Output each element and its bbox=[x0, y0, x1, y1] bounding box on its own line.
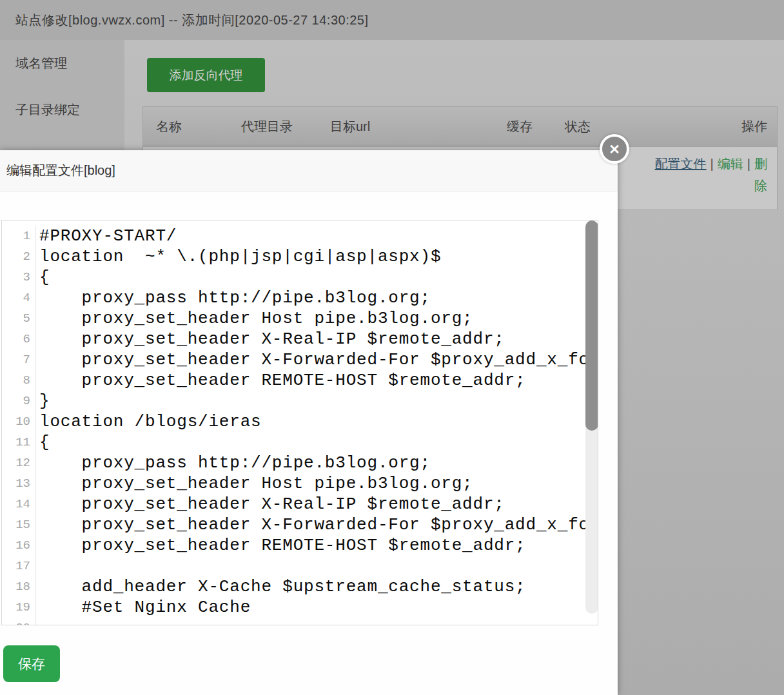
line-number: 1 bbox=[2, 226, 35, 246]
line-number: 2 bbox=[2, 246, 35, 267]
line-text: location /blogs/ieras bbox=[35, 411, 261, 432]
code-line: 15 proxy_set_header X-Forwarded-For $pro… bbox=[2, 514, 598, 535]
line-number: 9 bbox=[2, 391, 35, 411]
code-line: 19 #Set Nginx Cache bbox=[2, 597, 598, 618]
line-text: { bbox=[35, 267, 50, 288]
line-number: 13 bbox=[2, 473, 35, 494]
column-header-cache: 缓存 bbox=[507, 118, 565, 135]
code-line: 13 proxy_set_header Host pipe.b3log.org; bbox=[2, 473, 598, 494]
line-number: 20 bbox=[2, 618, 35, 625]
code-line: 14 proxy_set_header X-Real-IP $remote_ad… bbox=[2, 494, 598, 514]
column-header-name: 名称 bbox=[143, 118, 241, 135]
edit-link[interactable]: 编辑 bbox=[718, 157, 743, 171]
line-text: } bbox=[35, 391, 50, 411]
save-button[interactable]: 保存 bbox=[3, 645, 60, 682]
line-number: 19 bbox=[2, 597, 35, 618]
code-line: 7 proxy_set_header X-Forwarded-For $prox… bbox=[2, 349, 598, 370]
add-reverse-proxy-button[interactable]: 添加反向代理 bbox=[147, 58, 265, 92]
line-number: 4 bbox=[2, 288, 35, 308]
column-header-url: 目标url bbox=[330, 118, 507, 135]
code-line: 16 proxy_set_header REMOTE-HOST $remote_… bbox=[2, 535, 598, 556]
close-icon: ✕ bbox=[609, 142, 620, 156]
config-code-editor[interactable]: 1 #PROXY-START/ 2 location ~* \.(php|jsp… bbox=[1, 220, 598, 625]
line-number: 11 bbox=[2, 432, 35, 453]
line-number: 3 bbox=[2, 267, 35, 288]
line-text: #PROXY-START/ bbox=[35, 226, 177, 246]
line-text: location ~* \.(php|jsp|cgi|asp|aspx)$ bbox=[35, 246, 441, 267]
line-text: proxy_set_header REMOTE-HOST $remote_add… bbox=[35, 535, 526, 556]
code-line: 8 proxy_set_header REMOTE-HOST $remote_a… bbox=[2, 370, 598, 391]
code-line: 12 proxy_pass http://pipe.b3log.org; bbox=[2, 453, 598, 473]
code-line: 18 add_header X-Cache $upstream_cache_st… bbox=[2, 576, 598, 597]
site-modify-titlebar: 站点修改[blog.vwzx.com] -- 添加时间[2020-05-27 1… bbox=[0, 0, 784, 40]
code-line: 3 { bbox=[2, 267, 598, 288]
line-text: { bbox=[35, 432, 50, 453]
edit-config-modal: 编辑配置文件[blog] 1 #PROXY-START/ 2 location … bbox=[0, 150, 618, 695]
editor-scrollbar-track[interactable] bbox=[585, 220, 598, 614]
line-number: 5 bbox=[2, 308, 35, 329]
line-number: 8 bbox=[2, 370, 35, 391]
line-number: 10 bbox=[2, 411, 35, 432]
editor-scrollbar-thumb[interactable] bbox=[585, 220, 598, 431]
code-line: 5 proxy_set_header Host pipe.b3log.org; bbox=[2, 308, 598, 329]
site-modify-title: 站点修改[blog.vwzx.com] -- 添加时间[2020-05-27 1… bbox=[15, 0, 369, 40]
code-line: 20 bbox=[2, 618, 598, 625]
proxy-table-header: 名称 代理目录 目标url 缓存 状态 操作 bbox=[143, 107, 777, 147]
sidebar-item-label: 子目录绑定 bbox=[15, 101, 80, 119]
line-text: proxy_set_header REMOTE-HOST $remote_add… bbox=[35, 370, 526, 391]
line-text: proxy_set_header X-Forwarded-For $proxy_… bbox=[35, 349, 598, 370]
line-text: proxy_set_header Host pipe.b3log.org; bbox=[35, 308, 473, 329]
code-line: 9 } bbox=[2, 391, 598, 411]
modal-header: 编辑配置文件[blog] bbox=[0, 150, 618, 191]
column-header-action: 操作 bbox=[700, 118, 777, 135]
line-text: proxy_pass http://pipe.b3log.org; bbox=[35, 453, 431, 473]
code-line: 10 location /blogs/ieras bbox=[2, 411, 598, 432]
line-text: proxy_set_header X-Real-IP $remote_addr; bbox=[35, 494, 505, 514]
line-number: 12 bbox=[2, 453, 35, 473]
line-text: proxy_set_header X-Forwarded-For $proxy_… bbox=[35, 514, 598, 535]
line-number: 15 bbox=[2, 514, 35, 535]
delete-link[interactable]: 删除 bbox=[754, 157, 767, 193]
code-line: 2 location ~* \.(php|jsp|cgi|asp|aspx)$ bbox=[2, 246, 598, 267]
line-text: proxy_set_header X-Real-IP $remote_addr; bbox=[35, 329, 505, 349]
config-file-link[interactable]: 配置文件 bbox=[655, 157, 707, 171]
code-line: 6 proxy_set_header X-Real-IP $remote_add… bbox=[2, 329, 598, 349]
line-text bbox=[35, 618, 39, 625]
line-number: 7 bbox=[2, 349, 35, 370]
line-text: #Set Nginx Cache bbox=[35, 597, 251, 618]
line-number: 14 bbox=[2, 494, 35, 514]
action-separator: | bbox=[747, 157, 750, 171]
line-text bbox=[35, 556, 39, 576]
sidebar-item-subdir-bind[interactable]: 子目录绑定 bbox=[0, 86, 124, 133]
line-number: 6 bbox=[2, 329, 35, 349]
code-lines: 1 #PROXY-START/ 2 location ~* \.(php|jsp… bbox=[2, 220, 598, 625]
line-number: 18 bbox=[2, 576, 35, 597]
line-text: proxy_set_header Host pipe.b3log.org; bbox=[35, 473, 473, 494]
code-line: 1 #PROXY-START/ bbox=[2, 226, 598, 246]
line-text: add_header X-Cache $upstream_cache_statu… bbox=[35, 576, 526, 597]
modal-title: 编辑配置文件[blog] bbox=[0, 162, 115, 179]
line-number: 16 bbox=[2, 535, 35, 556]
action-separator: | bbox=[710, 157, 714, 171]
code-line: 17 bbox=[2, 556, 598, 576]
code-line: 4 proxy_pass http://pipe.b3log.org; bbox=[2, 288, 598, 308]
sidebar-item-domain-manage[interactable]: 域名管理 bbox=[0, 40, 124, 86]
code-line: 11 { bbox=[2, 432, 598, 453]
column-header-dir: 代理目录 bbox=[241, 118, 330, 135]
modal-close-button[interactable]: ✕ bbox=[600, 134, 629, 164]
column-header-status: 状态 bbox=[565, 118, 700, 135]
sidebar-item-label: 域名管理 bbox=[15, 55, 67, 72]
row-actions: 配置文件|编辑|删除 bbox=[647, 147, 767, 210]
line-number: 17 bbox=[2, 556, 35, 576]
line-text: proxy_pass http://pipe.b3log.org; bbox=[35, 288, 431, 308]
